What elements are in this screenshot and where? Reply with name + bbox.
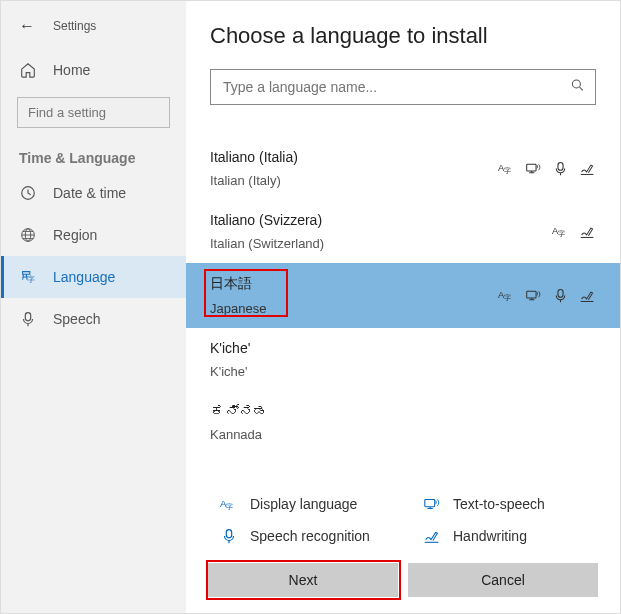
search-icon[interactable]	[570, 78, 586, 97]
display-language-icon	[552, 223, 569, 240]
sidebar-item-label: Date & time	[53, 185, 126, 201]
sidebar-section-header: Time & Language	[1, 140, 186, 172]
language-list[interactable]: hidden Italiano (Italia) Italian (Italy)	[186, 115, 620, 483]
language-english-name: Italian (Switzerland)	[210, 236, 324, 251]
text-to-speech-icon	[525, 160, 542, 177]
handwriting-icon	[579, 223, 596, 240]
cancel-button[interactable]: Cancel	[408, 563, 598, 597]
sidebar-item-label: Home	[53, 62, 90, 78]
language-search-input[interactable]	[210, 69, 596, 105]
legend-speech-recognition: Speech recognition	[220, 527, 393, 545]
legend-display-language: Display language	[220, 495, 393, 513]
language-item-kiche[interactable]: K'iche' K'iche'	[186, 328, 620, 391]
dialog-footer: Next Cancel	[186, 563, 620, 613]
language-native-name: Italiano (Italia)	[210, 149, 298, 165]
language-icon	[19, 268, 37, 286]
sidebar-item-home[interactable]: Home	[1, 49, 186, 91]
sidebar-item-date-time[interactable]: Date & time	[1, 172, 186, 214]
back-icon[interactable]: ←	[19, 17, 35, 35]
language-item-italian-switzerland[interactable]: Italiano (Svizzera) Italian (Switzerland…	[186, 200, 620, 263]
language-item-kannada[interactable]: ಕನ್ನಡ Kannada	[186, 391, 620, 454]
text-to-speech-icon	[423, 495, 441, 513]
feature-legend: Display language Text-to-speech Speech r…	[186, 483, 620, 563]
sidebar-item-speech[interactable]: Speech	[1, 298, 186, 340]
dialog-title: Choose a language to install	[210, 23, 596, 49]
speech-recognition-icon	[220, 527, 238, 545]
handwriting-icon	[579, 287, 596, 304]
text-to-speech-icon	[525, 287, 542, 304]
globe-icon	[19, 226, 37, 244]
sidebar-item-label: Speech	[53, 311, 100, 327]
language-english-name: Kannada	[210, 427, 267, 442]
home-icon	[19, 61, 37, 79]
language-native-name: ಕನ್ನಡ	[210, 403, 267, 419]
language-native-name: Italiano (Svizzera)	[210, 212, 324, 228]
language-native-name: 日本語	[210, 275, 266, 293]
display-language-icon	[498, 287, 515, 304]
sidebar-item-language[interactable]: Language	[1, 256, 186, 298]
settings-sidebar: ← Settings Home Time & Language Date & t…	[1, 1, 186, 613]
speech-recognition-icon	[552, 287, 569, 304]
language-english-name: K'iche'	[210, 364, 250, 379]
handwriting-icon	[579, 160, 596, 177]
legend-handwriting: Handwriting	[423, 527, 596, 545]
legend-text-to-speech: Text-to-speech	[423, 495, 596, 513]
sidebar-item-region[interactable]: Region	[1, 214, 186, 256]
sidebar-item-label: Language	[53, 269, 115, 285]
language-item-italian-italy[interactable]: Italiano (Italia) Italian (Italy)	[186, 137, 620, 200]
handwriting-icon	[423, 527, 441, 545]
find-setting-input[interactable]	[17, 97, 170, 128]
language-native-name: K'iche'	[210, 340, 250, 356]
microphone-icon	[19, 310, 37, 328]
sidebar-title: Settings	[53, 19, 96, 33]
clock-icon	[19, 184, 37, 202]
next-button[interactable]: Next	[208, 563, 398, 597]
display-language-icon	[498, 160, 515, 177]
language-english-name: Italian (Italy)	[210, 173, 298, 188]
language-item-japanese[interactable]: 日本語 Japanese	[186, 263, 620, 328]
display-language-icon	[220, 495, 238, 513]
sidebar-item-label: Region	[53, 227, 97, 243]
speech-recognition-icon	[552, 160, 569, 177]
language-install-dialog: Choose a language to install hidden Ital…	[186, 1, 620, 613]
language-english-name: Japanese	[210, 301, 266, 316]
